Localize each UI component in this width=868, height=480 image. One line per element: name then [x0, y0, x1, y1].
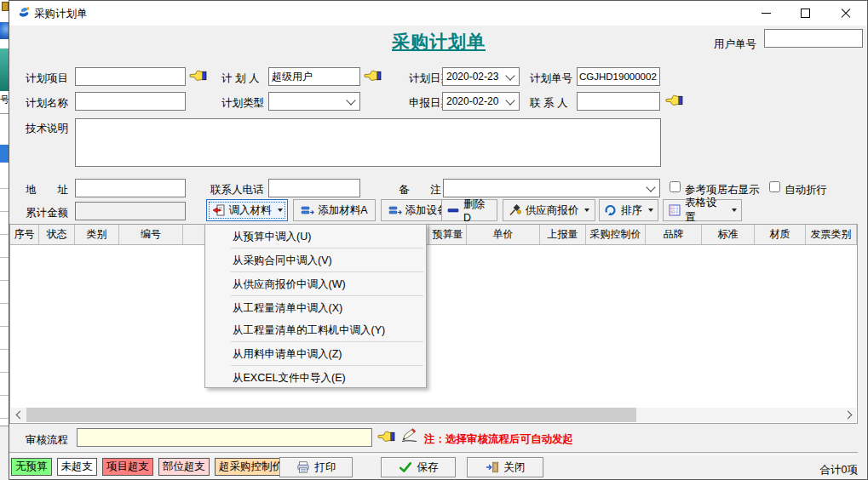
sort-label: 排序 [621, 203, 642, 218]
background-text-fragment: 号 [0, 94, 9, 109]
plan-no-label: 计划单号 [530, 71, 572, 86]
scroll-left-button[interactable] [11, 408, 26, 422]
save-label: 保存 [417, 460, 439, 475]
menu-separator [231, 365, 423, 366]
menu-item-from-budget[interactable]: 从预算中调入(U) [205, 226, 426, 248]
address-label: 地 址 [26, 183, 68, 197]
plan-project-picker-hand-icon[interactable] [189, 69, 207, 83]
supplier-quote-button[interactable]: 供应商报价 [503, 199, 595, 221]
chevron-down-icon [505, 95, 514, 105]
plan-date-combo[interactable]: 2020-02-23 [442, 67, 520, 86]
background-selected-row-fragment [0, 145, 9, 163]
col-header-ctrl-price[interactable]: 采购控制价 [586, 225, 646, 244]
menu-separator [231, 271, 423, 272]
col-header-seq[interactable]: 序号 [10, 225, 39, 244]
menu-item-from-excel[interactable]: 从EXCEL文件中导入(E) [205, 367, 426, 389]
auto-wrap-checkbox[interactable] [769, 181, 780, 192]
maximize-button[interactable] [785, 1, 825, 26]
delete-label: 删除D [463, 197, 492, 224]
col-header-budget-qty[interactable]: 预算量 [429, 225, 467, 244]
add-material-button[interactable]: 添加材料A [293, 199, 376, 221]
divider [0, 113, 9, 114]
background-icon-fragment [2, 2, 9, 11]
dropdown-caret-icon [732, 209, 737, 212]
plan-project-input[interactable] [75, 67, 186, 86]
menu-item-from-boq[interactable]: 从工程量清单中调入(X) [205, 297, 426, 319]
user-no-input[interactable] [764, 29, 863, 48]
remark-label: 备 注 [399, 183, 441, 197]
plan-type-combo[interactable] [268, 92, 360, 111]
legend-project-over: 项目超支 [102, 458, 153, 476]
planner-picker-hand-icon[interactable] [364, 69, 382, 83]
chevron-right-icon [843, 411, 852, 420]
sort-button[interactable]: 排序 [599, 199, 658, 221]
plan-no-input[interactable] [577, 67, 660, 86]
tech-note-textarea[interactable] [75, 118, 661, 167]
minimize-icon [762, 13, 771, 14]
declare-date-combo[interactable]: 2020-02-20 [442, 92, 520, 111]
print-label: 打印 [315, 460, 336, 475]
scrollbar-thumb[interactable] [26, 408, 636, 422]
col-header-unit-price[interactable]: 单价 [467, 225, 540, 244]
contact-phone-input[interactable] [268, 179, 360, 197]
background-app-logo-fragment [0, 22, 9, 39]
screen: 号 采购计划单 采购计划单 用户单号 计划项目 计 划 人 计划日期 2020-… [0, 0, 868, 480]
approval-flow-input[interactable] [77, 428, 372, 447]
contact-picker-hand-icon[interactable] [665, 94, 683, 107]
dropdown-caret-icon [584, 209, 589, 212]
planner-input[interactable] [268, 67, 360, 86]
col-header-code[interactable]: 编号 [119, 225, 183, 244]
address-input[interactable] [75, 179, 186, 197]
save-button[interactable]: 保存 [381, 457, 456, 477]
table-grid-icon [668, 203, 681, 217]
chevron-down-icon [346, 95, 355, 105]
check-icon [399, 460, 412, 474]
menu-item-from-boq-resources[interactable]: 从工程量清单的工料机中调入(Y) [205, 319, 426, 341]
scroll-right-button[interactable] [842, 408, 856, 422]
app-logo-icon [17, 6, 31, 20]
approval-picker-hand-icon[interactable] [377, 430, 395, 443]
menu-separator [231, 341, 423, 342]
items-grid: 序号 状态 类别 编号 预算量 单价 上报量 采购控制价 品牌 标准 材质 发票… [9, 224, 858, 424]
col-header-status[interactable]: 状态 [39, 225, 75, 244]
background-header-fragment [0, 49, 9, 91]
remark-combo[interactable] [443, 179, 660, 197]
col-header-standard[interactable]: 标准 [702, 225, 755, 244]
import-material-button[interactable]: 调入材料 [206, 199, 288, 221]
legend-not-over: 未超支 [57, 458, 98, 476]
supplier-quote-icon [509, 203, 522, 217]
print-button[interactable]: 打印 [279, 457, 353, 477]
plan-name-input[interactable] [75, 92, 186, 111]
horizontal-scrollbar[interactable] [11, 408, 856, 422]
col-header-material[interactable]: 材质 [755, 225, 806, 244]
col-header-category[interactable]: 类别 [75, 225, 119, 244]
import-material-menu: 从预算中调入(U) 从采购合同中调入(V) 从供应商报价中调入(W) 从工程量清… [204, 224, 427, 388]
contact-label: 联 系 人 [530, 96, 567, 111]
legend-section-over: 部位超支 [158, 458, 210, 476]
minimize-button[interactable] [746, 1, 785, 26]
close-icon [841, 9, 851, 19]
col-header-brand[interactable]: 品牌 [646, 225, 702, 244]
col-header-report-qty[interactable]: 上报量 [540, 225, 586, 244]
menu-item-from-material-request[interactable]: 从用料申请单中调入(Z) [205, 343, 426, 365]
approval-note: 注：选择审核流程后可自动发起 [424, 432, 573, 447]
menu-separator [231, 248, 423, 249]
declare-date-value: 2020-02-20 [446, 95, 498, 107]
window-title: 采购计划单 [34, 7, 88, 21]
col-header-invoice[interactable]: 发票类别 [806, 225, 857, 244]
contact-input[interactable] [577, 92, 660, 111]
status-legend: 无预算 未超支 项目超支 部位超支 超采购控制价 [11, 458, 287, 476]
sign-pen-icon[interactable] [400, 426, 418, 443]
close-form-label: 关闭 [504, 460, 526, 475]
close-form-button[interactable]: 关闭 [467, 457, 543, 477]
minus-icon [446, 203, 460, 217]
close-button[interactable] [825, 1, 867, 26]
dropdown-caret-icon [648, 209, 653, 212]
menu-item-from-contract[interactable]: 从采购合同中调入(V) [205, 249, 426, 271]
table-settings-label: 表格设置 [685, 196, 726, 225]
delete-button[interactable]: 删除D [441, 199, 497, 221]
ref-right-checkbox[interactable] [670, 181, 681, 192]
menu-item-from-supplier-quote[interactable]: 从供应商报价中调入(W) [205, 273, 426, 295]
import-material-label: 调入材料 [229, 203, 272, 218]
table-settings-button[interactable]: 表格设置 [663, 199, 742, 221]
